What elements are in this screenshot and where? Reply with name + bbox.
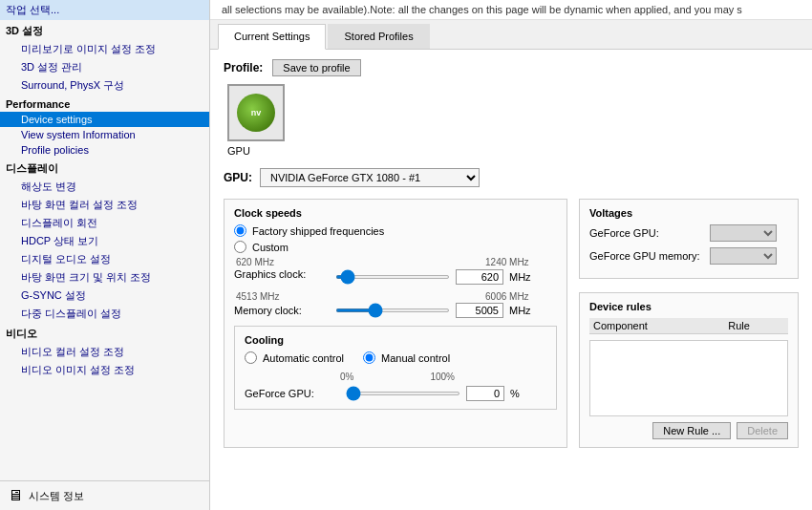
fan-unit: % (510, 388, 520, 399)
clock-speeds-title: Clock speeds (234, 207, 557, 219)
profile-row: Profile: Save to profile (224, 59, 799, 76)
memory-clock-unit: MHz (509, 305, 531, 316)
geforce-gpu-memory-voltage-row: GeForce GPU memory: (589, 247, 788, 265)
graphics-clock-label: Graphics clock: (234, 268, 330, 280)
sidebar-footer-system-info[interactable]: 🖥 시스템 정보 (0, 480, 209, 510)
two-col-layout: Clock speeds Factory shipped frequencies… (224, 199, 799, 448)
memory-clock-label: Memory clock: (234, 305, 330, 316)
profile-label: Profile: (224, 61, 263, 74)
factory-radio-row: Factory shipped frequencies (234, 224, 557, 237)
sidebar: 작업 선택... 3D 설정 미리보기로 이미지 설정 조정 3D 설정 관리 … (0, 0, 210, 510)
fan-slider[interactable] (346, 392, 460, 395)
sidebar-item-desktop-size[interactable]: 바탕 화면 크기 및 위치 조정 (0, 268, 209, 287)
memory-clock-slider-row: Memory clock: 5005 MHz (234, 303, 531, 318)
sidebar-item-surround-physx[interactable]: Surround, PhysX 구성 (0, 76, 209, 95)
geforce-gpu-voltage-row: GeForce GPU: (589, 224, 788, 242)
cooling-panel: Cooling Automatic control Manual control (234, 326, 557, 410)
sidebar-item-3d-settings[interactable]: 3D 설정 관리 (0, 58, 209, 76)
auto-control-radio[interactable] (245, 351, 257, 364)
graphics-clock-slider-row: Graphics clock: 620 MHz (234, 268, 531, 286)
device-rules-panel: Device rules Component Rule New Rule ...… (579, 292, 799, 448)
new-rule-button[interactable]: New Rule ... (652, 422, 731, 439)
sidebar-item-display-rotate[interactable]: 디스플레이 회전 (0, 214, 209, 232)
fan-input[interactable]: 0 (466, 386, 504, 401)
top-notice: all selections may be available).Note: a… (210, 0, 812, 20)
delete-button[interactable]: Delete (737, 422, 788, 439)
voltages-panel: Voltages GeForce GPU: GeForce GPU memory… (579, 199, 799, 279)
custom-radio-row: Custom (234, 241, 557, 253)
sidebar-item-video-image[interactable]: 비디오 이미지 설정 조정 (0, 361, 209, 379)
device-rules-table: Component Rule (589, 318, 788, 334)
rules-area (589, 340, 788, 416)
gpu-icon-text: nv (251, 108, 262, 117)
voltages-title: Voltages (589, 207, 788, 219)
graphics-clock-unit: MHz (509, 271, 531, 283)
sidebar-item-multi-display[interactable]: 다중 디스플레이 설정 (0, 305, 209, 323)
sidebar-item-image-preview[interactable]: 미리보기로 이미지 설정 조정 (0, 40, 209, 58)
custom-radio-label: Custom (252, 242, 288, 253)
fan-row: GeForce GPU: 0 % (245, 386, 546, 401)
factory-radio[interactable] (234, 224, 246, 237)
sidebar-top-task-select[interactable]: 작업 선택... (0, 0, 209, 20)
geforce-gpu-memory-voltage-label: GeForce GPU memory: (589, 250, 704, 262)
sidebar-item-device-settings[interactable]: Device settings (0, 112, 209, 127)
gpu-select-label: GPU: (224, 171, 252, 184)
gpu-icon: nv (237, 94, 275, 132)
gpu-label: GPU (227, 145, 250, 157)
memory-clock-input[interactable]: 5005 (456, 303, 503, 318)
sidebar-item-desktop-color[interactable]: 바탕 화면 컬러 설정 조정 (0, 196, 209, 214)
save-to-profile-button[interactable]: Save to profile (272, 59, 360, 76)
tab-current-settings[interactable]: Current Settings (218, 24, 326, 50)
auto-control-row: Automatic control (245, 351, 344, 364)
content-area: Profile: Save to profile nv GPU GPU: NVI… (210, 50, 812, 510)
sidebar-item-digital-audio[interactable]: 디지털 오디오 설정 (0, 250, 209, 268)
manual-control-radio[interactable] (363, 351, 375, 364)
memory-clock-slider[interactable] (335, 308, 450, 312)
gpu-select-row: GPU: NVIDIA GeForce GTX 1080 - #1 (224, 168, 799, 187)
rules-buttons: New Rule ... Delete (589, 422, 788, 439)
cooling-title: Cooling (245, 334, 546, 346)
custom-radio[interactable] (234, 241, 246, 253)
sidebar-section-display: 디스플레이 (0, 158, 209, 178)
graphics-clock-row: 620 MHz 1240 MHz Graphics clock: 620 MHz (234, 257, 557, 286)
sidebar-item-resolution[interactable]: 해상도 변경 (0, 178, 209, 196)
sidebar-section-video: 비디오 (0, 323, 209, 343)
sidebar-item-profile-policies[interactable]: Profile policies (0, 142, 209, 158)
tab-stored-profiles[interactable]: Stored Profiles (328, 24, 429, 49)
geforce-gpu-voltage-label: GeForce GPU: (589, 227, 704, 239)
gpu-icon-box: nv (227, 84, 285, 141)
sidebar-footer-label: 시스템 정보 (29, 489, 84, 503)
col-rule: Rule (724, 318, 788, 334)
geforce-gpu-memory-voltage-select[interactable] (710, 247, 777, 265)
device-rules-title: Device rules (589, 301, 788, 312)
geforce-gpu-voltage-select[interactable] (710, 224, 777, 242)
sidebar-item-video-color[interactable]: 비디오 컬러 설정 조정 (0, 343, 209, 361)
monitor-icon: 🖥 (8, 487, 23, 504)
sidebar-item-hdcp[interactable]: HDCP 상태 보기 (0, 232, 209, 250)
clock-speeds-panel: Clock speeds Factory shipped frequencies… (224, 199, 567, 448)
graphics-clock-range-labels: 620 MHz 1240 MHz (234, 257, 531, 267)
manual-control-label: Manual control (381, 352, 450, 364)
tabs-bar: Current Settings Stored Profiles (210, 20, 812, 50)
auto-control-label: Automatic control (263, 352, 344, 364)
sidebar-item-gsync[interactable]: G-SYNC 설정 (0, 287, 209, 305)
sidebar-item-system-info[interactable]: View system Information (0, 127, 209, 142)
fan-percent-range: 0% 100% (340, 372, 455, 382)
memory-clock-row: 4513 MHz 6006 MHz Memory clock: 5005 MHz (234, 291, 557, 318)
fan-slider-section: 0% 100% GeForce GPU: 0 % (245, 372, 546, 401)
fan-label: GeForce GPU: (245, 388, 340, 399)
manual-control-row: Manual control (363, 351, 450, 364)
right-column: Voltages GeForce GPU: GeForce GPU memory… (579, 199, 799, 448)
cooling-radios: Automatic control Manual control (245, 351, 546, 368)
sidebar-section-3d: 3D 설정 (0, 20, 209, 40)
sidebar-section-performance: Performance (0, 95, 209, 112)
col-component: Component (589, 318, 724, 334)
graphics-clock-slider[interactable] (335, 275, 450, 279)
gpu-select-dropdown[interactable]: NVIDIA GeForce GTX 1080 - #1 (260, 168, 480, 187)
gpu-icon-section: nv GPU (227, 84, 799, 157)
memory-clock-range-labels: 4513 MHz 6006 MHz (234, 291, 531, 302)
factory-radio-label: Factory shipped frequencies (252, 225, 384, 237)
main-content: all selections may be available).Note: a… (210, 0, 812, 510)
graphics-clock-input[interactable]: 620 (456, 269, 503, 285)
